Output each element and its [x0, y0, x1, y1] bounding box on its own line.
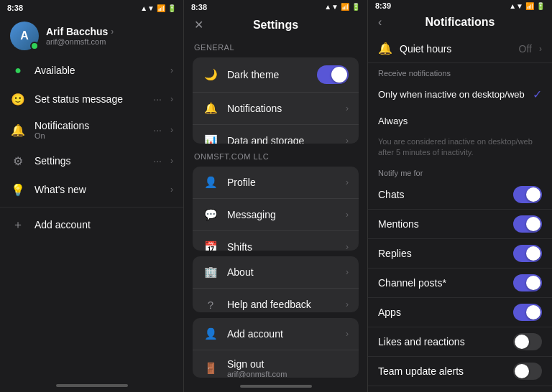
time-1: 8:38 [7, 4, 23, 12]
data-storage-chevron-icon: › [346, 136, 349, 144]
settings-dark-theme[interactable]: 🌙 Dark theme [193, 57, 359, 93]
available-label: Available [34, 65, 162, 76]
toggle-apps[interactable]: Apps [368, 298, 552, 327]
sidebar-item-set-status[interactable]: 🙂 Set status message ··· › [0, 85, 183, 113]
messaging-icon: 💬 [203, 207, 218, 223]
add-account-chevron-icon: › [346, 329, 349, 339]
chats-toggle[interactable] [513, 186, 542, 203]
sign-out-button[interactable]: 🚪 Sign out arif@onmsft.com [193, 350, 359, 378]
whats-new-chevron-icon: › [170, 185, 173, 195]
channel-posts-label: Channel posts* [378, 277, 513, 289]
toggle-likes-reactions[interactable]: Likes and reactions [368, 327, 552, 357]
battery-icon-2: 🔋 [351, 3, 360, 11]
toggle-team-update[interactable]: Team update alerts [368, 357, 552, 386]
settings-dots-icon: ··· [153, 155, 162, 167]
likes-toggle[interactable] [513, 333, 542, 350]
settings-add-account[interactable]: 👤 Add account › [193, 318, 359, 350]
settings-messaging[interactable]: 💬 Messaging › [193, 199, 359, 231]
profile-name: Arif Bacchus › [46, 26, 173, 37]
wifi-icon-3: 📶 [525, 2, 534, 10]
channel-posts-toggle[interactable] [513, 274, 542, 291]
status-icons-1: ▲▼ 📶 🔋 [140, 4, 176, 12]
replies-label: Replies [378, 248, 513, 259]
quiet-hours-icon: 🔔 [378, 42, 392, 55]
profile-email: arif@onmsft.com [46, 37, 173, 46]
dark-theme-toggle[interactable] [317, 65, 349, 84]
dark-theme-toggle-knob [331, 67, 347, 83]
available-chevron-icon: › [170, 65, 173, 75]
inactive-info-text: You are considered inactive on desktop/w… [368, 134, 552, 164]
settings-profile[interactable]: 👤 Profile › [193, 167, 359, 199]
shifts-chevron-icon: › [346, 242, 349, 251]
set-status-dots-icon: ··· [153, 93, 162, 105]
help-label: Help and feedback [227, 299, 337, 310]
toggle-replies[interactable]: Replies [368, 239, 552, 269]
sidebar-item-whats-new[interactable]: 💡 What's new › [0, 175, 183, 204]
time-2: 8:38 [191, 3, 207, 11]
settings-notifications[interactable]: 🔔 Notifications › [193, 93, 359, 125]
settings-shifts[interactable]: 📅 Shifts › [193, 231, 359, 251]
settings-title: Settings [253, 19, 298, 32]
back-icon[interactable]: ‹ [378, 16, 382, 29]
settings-data-storage[interactable]: 📊 Data and storage › [193, 125, 359, 144]
set-status-label-group: Set status message [34, 93, 144, 105]
toggle-chats[interactable]: Chats [368, 180, 552, 210]
apps-toggle[interactable] [513, 304, 542, 321]
notifications-chevron-icon: › [170, 125, 173, 135]
sign-out-sublabel: arif@onmsft.com [227, 370, 349, 378]
notifications-panel: 8:39 ▲▼ 📶 🔋 ‹ Notifications 🔔 Quiet hour… [368, 0, 552, 392]
whats-new-label-group: What's new [34, 184, 162, 195]
toggle-channel-posts[interactable]: Channel posts* [368, 269, 552, 298]
quiet-hours-value: Off [519, 43, 532, 55]
home-indicator-1 [0, 379, 183, 392]
quiet-hours-item[interactable]: 🔔 Quiet hours Off › [368, 34, 552, 63]
set-status-icon: 🙂 [10, 91, 26, 107]
settings-chevron-icon: › [170, 156, 173, 166]
toggle-mentions[interactable]: Mentions [368, 210, 552, 239]
whats-new-label: What's new [34, 184, 162, 195]
settings-about[interactable]: 🏢 About › [193, 256, 359, 289]
sign-out-label: Sign out [227, 358, 349, 370]
mentions-toggle[interactable] [513, 215, 542, 233]
avatar-status-indicator [30, 42, 39, 50]
receive-notifications-label: Receive notifications [368, 63, 552, 80]
home-bar-2 [240, 385, 312, 388]
profile-section[interactable]: A Arif Bacchus › arif@onmsft.com [0, 16, 183, 56]
wifi-icon-2: 📶 [341, 3, 349, 11]
sidebar-item-notifications[interactable]: 🔔 Notifications On ··· › [0, 113, 183, 146]
option-always[interactable]: Always [368, 108, 552, 134]
whats-new-icon: 💡 [10, 182, 26, 197]
settings-header: ✕ Settings [184, 14, 367, 37]
status-bar-2: 8:38 ▲▼ 📶 🔋 [184, 0, 367, 14]
home-bar-1 [56, 384, 128, 387]
signal-icon-3: ▲▼ [509, 2, 523, 10]
avatar: A [10, 22, 39, 50]
close-icon[interactable]: ✕ [194, 18, 203, 32]
status-icons-3: ▲▼ 📶 🔋 [509, 2, 545, 10]
help-chevron-icon: › [346, 299, 349, 309]
team-update-toggle-knob [515, 364, 529, 378]
settings-notifications-label: Notifications [227, 103, 337, 114]
sidebar-item-add-account[interactable]: ＋ Add account [0, 210, 183, 239]
option-only-inactive[interactable]: Only when inactive on desktop/web ✓ [368, 80, 552, 108]
org-section-label: ONMSFT.COM LLC [184, 146, 367, 164]
help-icon: ? [203, 297, 218, 312]
notify-for-label: Notify me for [368, 164, 552, 180]
notifications-dots-icon: ··· [153, 124, 162, 136]
battery-icon: 🔋 [167, 4, 176, 12]
quiet-hours-label: Quiet hours [400, 43, 512, 55]
toggle-trending[interactable]: Trending [368, 386, 552, 392]
about-icon: 🏢 [203, 264, 218, 280]
sidebar-item-settings[interactable]: ⚙ Settings ··· › [0, 146, 183, 175]
sidebar-item-available[interactable]: ● Available › [0, 56, 183, 85]
about-chevron-icon: › [346, 267, 349, 277]
dark-theme-label: Dark theme [227, 69, 308, 80]
settings-help[interactable]: ? Help and feedback › [193, 289, 359, 312]
messaging-chevron-icon: › [346, 210, 349, 220]
data-storage-label: Data and storage [227, 135, 337, 144]
chats-label: Chats [378, 189, 513, 200]
sign-out-label-group: Sign out arif@onmsft.com [227, 358, 349, 378]
team-update-toggle[interactable] [513, 363, 542, 380]
replies-toggle[interactable] [513, 245, 542, 262]
settings-notifications-icon: 🔔 [203, 101, 218, 116]
